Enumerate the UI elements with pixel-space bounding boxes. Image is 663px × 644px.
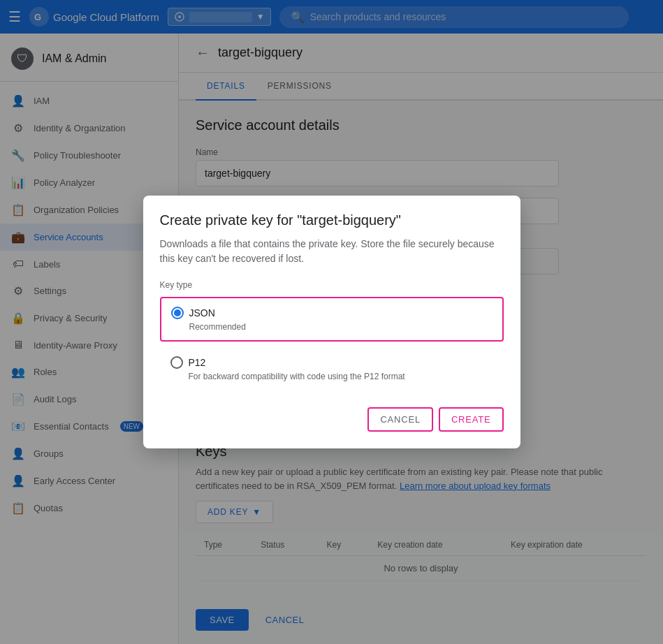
radio-inner-dot <box>174 309 181 316</box>
modal-overlay[interactable]: Create private key for "target-bigquery"… <box>0 0 663 644</box>
modal-title: Create private key for "target-bigquery" <box>160 212 504 228</box>
json-recommended-text: Recommended <box>189 322 493 332</box>
json-label: JSON <box>189 307 215 319</box>
modal-create-button[interactable]: CREATE <box>439 407 504 432</box>
p12-radio[interactable] <box>170 356 183 369</box>
key-type-json-option[interactable]: JSON Recommended <box>160 297 504 342</box>
json-radio[interactable] <box>171 307 184 319</box>
key-type-label: Key type <box>160 280 504 290</box>
modal-cancel-button[interactable]: CANCEL <box>367 407 433 432</box>
modal-actions: CANCEL CREATE <box>160 407 504 432</box>
key-type-p12-option[interactable]: P12 For backward compatibility with code… <box>160 347 504 390</box>
modal-description: Downloads a file that contains the priva… <box>160 237 504 266</box>
p12-desc-text: For backward compatibility with code usi… <box>189 372 493 381</box>
p12-label: P12 <box>189 357 206 368</box>
create-private-key-modal: Create private key for "target-bigquery"… <box>143 196 520 448</box>
